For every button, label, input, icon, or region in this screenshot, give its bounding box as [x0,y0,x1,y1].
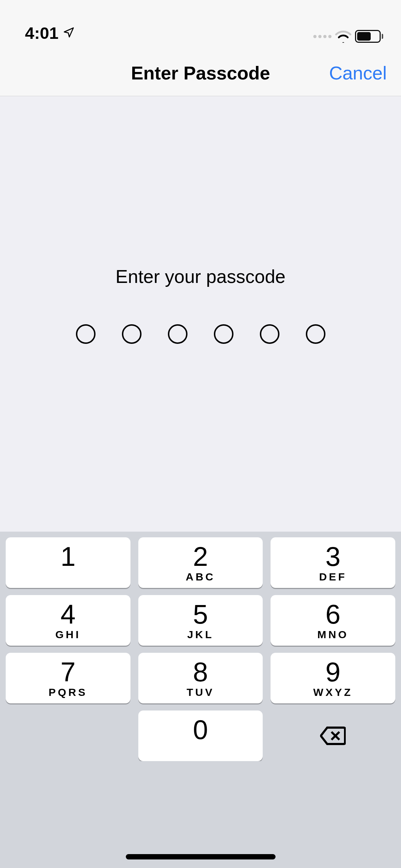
backspace-icon [320,726,346,745]
keypad-key-3[interactable]: 3 DEF [271,537,395,588]
keypad-key-1[interactable]: 1 [6,537,130,588]
numeric-keypad: 1 2 ABC 3 DEF 4 GHI 5 JKL 6 MNO 7 PQRS 8 [0,532,401,761]
passcode-dot [214,324,233,344]
keypad-letters: GHI [55,629,81,640]
keypad-key-0[interactable]: 0 [138,711,263,761]
keypad-digit: 5 [193,601,208,628]
status-time: 4:01 [25,23,58,43]
keypad-empty [6,711,130,761]
home-indicator[interactable] [126,854,276,859]
status-bar: 4:01 [0,0,401,50]
keypad-digit: 3 [325,543,340,570]
location-icon [63,26,75,40]
keypad-letters: WXYZ [313,687,353,698]
passcode-dot [122,324,142,344]
passcode-dot [76,324,96,344]
cancel-button[interactable]: Cancel [329,62,387,84]
keypad-digit: 6 [325,601,340,628]
keypad-key-6[interactable]: 6 MNO [271,595,395,646]
keypad-digit: 1 [61,543,76,570]
status-bar-right [313,30,383,43]
keypad-digit: 7 [61,658,76,686]
cellular-signal-icon [313,35,331,38]
keypad-letters: ABC [186,572,215,582]
keypad-letters: JKL [187,629,214,640]
keypad-digit: 9 [325,658,340,686]
passcode-dot [306,324,325,344]
keypad-letters: MNO [317,629,349,640]
passcode-dot [260,324,279,344]
battery-icon [355,30,383,43]
keypad-delete-button[interactable] [271,711,395,761]
passcode-dot [168,324,187,344]
keypad-digit: 8 [193,658,208,686]
keypad-letters: DEF [319,572,347,582]
page-title: Enter Passcode [131,62,270,84]
keypad-key-2[interactable]: 2 ABC [138,537,263,588]
keypad-key-7[interactable]: 7 PQRS [6,653,130,703]
keypad-letters: TUV [186,687,214,698]
passcode-dots [76,324,325,344]
keypad-key-8[interactable]: 8 TUV [138,653,263,703]
wifi-icon [335,30,351,43]
screen: 4:01 Ent [0,0,401,868]
nav-header: Enter Passcode Cancel [0,50,401,96]
keypad-digit: 0 [193,716,208,743]
keypad-key-4[interactable]: 4 GHI [6,595,130,646]
keypad-key-9[interactable]: 9 WXYZ [271,653,395,703]
keypad-digit: 2 [193,543,208,570]
keypad-key-5[interactable]: 5 JKL [138,595,263,646]
keypad-letters: PQRS [48,687,87,698]
keypad-digit: 4 [61,601,76,628]
main-area: Enter your passcode [0,96,401,532]
passcode-prompt: Enter your passcode [115,266,286,287]
keypad-bottom-spacer [0,761,401,868]
status-bar-left: 4:01 [25,23,75,43]
